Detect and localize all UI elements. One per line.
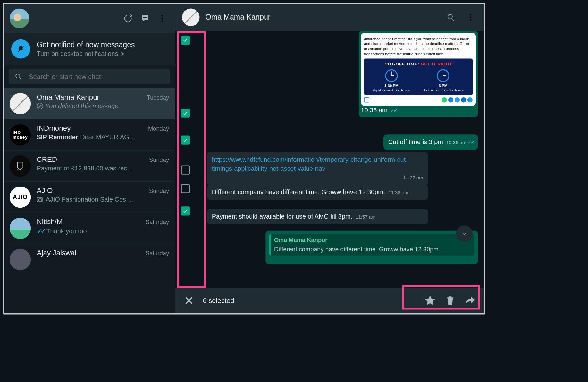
- chat-item[interactable]: CRED CREDSunday Payment of ₹12,898.00 wa…: [4, 151, 175, 182]
- chat-item[interactable]: Oma Mama KanpurTuesday You deleted this …: [4, 88, 175, 119]
- message-select-checkbox[interactable]: [181, 206, 190, 215]
- message-outgoing-reply[interactable]: Oma Mama Kanpur Different company have d…: [265, 231, 478, 264]
- cutoff-banner: CUT-OFF TIME: GET IT RIGHT 1:30 PMLiquid…: [364, 58, 473, 95]
- chat-date: Saturday: [146, 250, 169, 257]
- search-icon: [14, 73, 22, 81]
- camera-icon: [37, 197, 43, 202]
- message-time: 10:36 am: [446, 140, 466, 145]
- selection-checkbox-column: [181, 34, 190, 256]
- chat-preview: You deleted this message: [45, 102, 118, 110]
- notifications-subtitle: Turn on desktop notifications: [37, 50, 135, 57]
- close-selection-button[interactable]: [182, 294, 195, 307]
- message-time: 11:38 am: [388, 190, 408, 195]
- chat-name: INDmoney: [37, 124, 146, 133]
- svg-rect-2: [143, 17, 147, 18]
- chat-header: Oma Mama Kanpur: [175, 4, 484, 31]
- star-button[interactable]: [424, 294, 436, 307]
- delete-button[interactable]: [444, 294, 457, 307]
- message-time: 10:36 am ✓✓: [361, 107, 396, 114]
- svg-point-13: [470, 17, 471, 18]
- message-link[interactable]: https://www.hdfcfund.com/information/tem…: [212, 156, 408, 172]
- chevron-right-icon: [119, 51, 124, 56]
- svg-text:CRED: CRED: [17, 169, 23, 170]
- chat-name: AJIO: [37, 187, 147, 195]
- chat-avatar: [10, 218, 31, 239]
- chat-avatar: [10, 93, 31, 114]
- chat-avatar: CRED: [10, 155, 31, 177]
- chat-date: Sunday: [149, 156, 169, 163]
- svg-line-8: [19, 78, 21, 80]
- chat-date: Sunday: [149, 187, 169, 195]
- svg-point-14: [470, 19, 471, 21]
- message-select-checkbox[interactable]: [181, 184, 190, 193]
- svg-point-12: [470, 14, 471, 16]
- new-chat-icon[interactable]: [138, 12, 152, 25]
- social-icons: [442, 97, 473, 103]
- message-select-checkbox[interactable]: [181, 136, 190, 145]
- svg-point-0: [125, 15, 131, 22]
- search-in-chat-icon[interactable]: [444, 10, 458, 24]
- message-incoming[interactable]: Different company have different time. G…: [207, 184, 428, 200]
- chat-date: Tuesday: [147, 94, 169, 101]
- chat-name: Oma Mama Kanpur: [37, 93, 144, 101]
- svg-point-1: [130, 15, 132, 17]
- svg-point-4: [161, 18, 163, 19]
- message-incoming[interactable]: Payment should available for use of AMC …: [207, 209, 428, 224]
- chat-pane: Oma Mama Kanpur difference doesn't matte…: [175, 4, 484, 313]
- chat-item[interactable]: INDmoney INDmoneyMonday SIP ReminderDear…: [4, 119, 175, 151]
- chat-list: Oma Mama KanpurTuesday You deleted this …: [4, 88, 175, 313]
- sidebar-header: [4, 4, 175, 33]
- menu-dots-icon[interactable]: [155, 12, 169, 25]
- app-root: Get notified of new messages Turn on des…: [3, 3, 485, 314]
- chat-preview: Dear MAYUR AG…: [80, 134, 135, 141]
- selection-count: 6 selected: [203, 296, 234, 305]
- blocked-icon: [37, 103, 43, 109]
- chat-item[interactable]: AJIO AJIOSunday AJIO Fashionation Sale C…: [4, 182, 175, 213]
- chat-avatar: [10, 249, 31, 270]
- self-avatar[interactable]: [10, 9, 29, 28]
- chat-name: Ajay Jaiswal: [37, 249, 143, 257]
- svg-line-11: [452, 18, 454, 20]
- message-time: 11:57 am: [356, 214, 375, 220]
- svg-point-3: [161, 15, 163, 17]
- share-box-icon: [364, 97, 369, 103]
- message-time: 11:37 am: [403, 175, 423, 181]
- forward-button[interactable]: [464, 294, 477, 307]
- chat-name: Nitish/M: [37, 218, 143, 226]
- sidebar: Get notified of new messages Turn on des…: [4, 4, 175, 313]
- chat-avatar: AJIO: [10, 187, 31, 208]
- status-icon[interactable]: [121, 12, 135, 25]
- contact-name[interactable]: Oma Mama Kanpur: [206, 13, 271, 22]
- scroll-to-bottom-button[interactable]: [456, 225, 473, 242]
- conversation-area: difference doesn't matter. But if you wa…: [175, 31, 484, 288]
- message-select-checkbox[interactable]: [181, 109, 190, 118]
- read-ticks-icon: ✓✓: [37, 227, 44, 235]
- svg-point-5: [161, 20, 163, 22]
- search-bar[interactable]: [9, 69, 170, 84]
- chat-date: Saturday: [146, 219, 169, 226]
- chat-preview: Payment of ₹12,898.00 was rec…: [37, 165, 133, 172]
- svg-point-10: [448, 14, 452, 19]
- chat-menu-dots-icon[interactable]: [464, 10, 477, 24]
- read-ticks-icon: ✓✓: [467, 138, 473, 147]
- bell-off-icon: [11, 39, 30, 59]
- message-select-checkbox[interactable]: [181, 36, 190, 45]
- notifications-banner[interactable]: Get notified of new messages Turn on des…: [4, 33, 175, 65]
- quoted-message: Oma Mama Kanpur Different company have d…: [269, 234, 474, 256]
- chat-date: Monday: [148, 125, 169, 132]
- message-outgoing[interactable]: Cut off time is 3 pm10:36 am✓✓: [383, 134, 478, 150]
- message-select-checkbox[interactable]: [181, 165, 190, 174]
- notifications-title: Get notified of new messages: [37, 40, 135, 49]
- chat-item[interactable]: Ajay JaiswalSaturday: [4, 244, 175, 275]
- chat-preview: Thank you too: [46, 227, 87, 235]
- message-outgoing-image[interactable]: difference doesn't matter. But if you wa…: [359, 31, 478, 117]
- chat-item[interactable]: Nitish/MSaturday ✓✓Thank you too: [4, 213, 175, 244]
- svg-point-7: [16, 74, 20, 78]
- contact-avatar[interactable]: [182, 9, 200, 26]
- message-incoming-link[interactable]: https://www.hdfcfund.com/information/tem…: [207, 152, 428, 185]
- selection-action-bar: 6 selected: [175, 288, 484, 313]
- chat-avatar: INDmoney: [10, 124, 31, 145]
- search-input[interactable]: [28, 73, 164, 81]
- messages: difference doesn't matter. But if you wa…: [207, 31, 478, 258]
- image-card: difference doesn't matter. But if you wa…: [361, 33, 476, 106]
